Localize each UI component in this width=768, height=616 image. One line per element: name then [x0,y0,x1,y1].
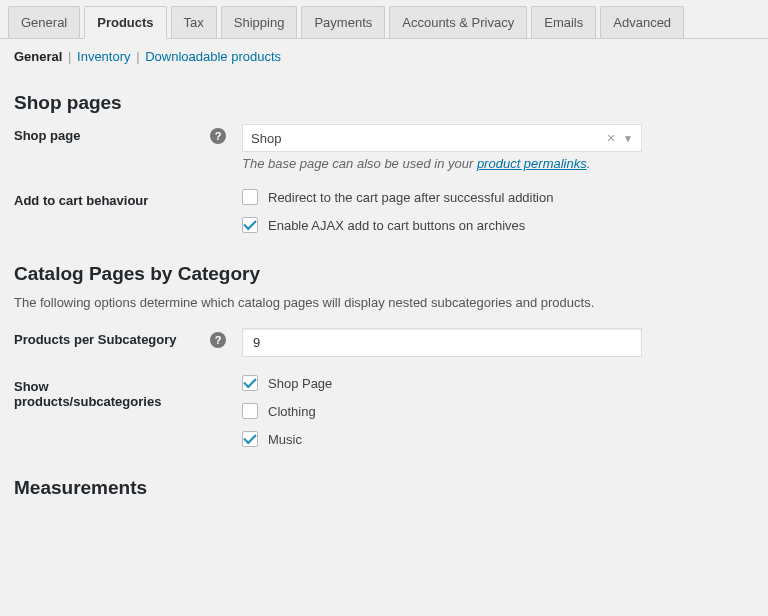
measurements-heading: Measurements [14,477,754,499]
shop-page-hint: The base page can also be used in your p… [242,156,754,171]
shop-page-label: Shop page [14,128,210,143]
products-subtabs: General | Inventory | Downloadable produ… [0,39,768,74]
music-checkbox[interactable] [242,431,258,447]
chevron-down-icon: ▼ [623,133,633,144]
products-per-sub-input[interactable] [242,328,642,357]
redirect-cart-checkbox[interactable] [242,189,258,205]
tab-products[interactable]: Products [84,6,166,39]
shop-page-option-label: Shop Page [268,376,332,391]
catalog-heading: Catalog Pages by Category [14,263,754,285]
add-to-cart-row: Add to cart behaviour Redirect to the ca… [14,189,754,245]
show-products-row: Show products/subcategories Shop Page Cl… [14,375,754,459]
products-per-sub-row: Products per Subcategory ? [14,328,754,357]
clothing-checkbox[interactable] [242,403,258,419]
shop-page-row: Shop page ? Shop × ▼ The base page can a… [14,124,754,171]
help-icon[interactable]: ? [210,332,226,348]
tab-accounts-privacy[interactable]: Accounts & Privacy [389,6,527,38]
shop-page-select[interactable]: Shop × ▼ [242,124,642,152]
settings-content: Shop pages Shop page ? Shop × ▼ The base… [0,92,768,529]
catalog-desc: The following options determine which ca… [14,295,754,310]
tab-shipping[interactable]: Shipping [221,6,298,38]
show-products-label: Show products/subcategories [14,379,184,409]
add-to-cart-label: Add to cart behaviour [14,193,242,208]
clothing-option-label: Clothing [268,404,316,419]
tab-emails[interactable]: Emails [531,6,596,38]
help-icon[interactable]: ? [210,128,226,144]
redirect-cart-label: Redirect to the cart page after successf… [268,190,553,205]
subtab-separator: | [136,49,143,64]
ajax-cart-label: Enable AJAX add to cart buttons on archi… [268,218,525,233]
subtab-downloadable[interactable]: Downloadable products [145,49,281,64]
subtab-separator: | [68,49,75,64]
tab-tax[interactable]: Tax [171,6,217,38]
subtab-inventory[interactable]: Inventory [77,49,130,64]
settings-tabs: General Products Tax Shipping Payments A… [0,0,768,39]
products-per-sub-label: Products per Subcategory [14,332,210,347]
tab-payments[interactable]: Payments [301,6,385,38]
shop-page-checkbox[interactable] [242,375,258,391]
shop-pages-heading: Shop pages [14,92,754,114]
clear-icon[interactable]: × [607,130,615,146]
ajax-cart-checkbox[interactable] [242,217,258,233]
tab-advanced[interactable]: Advanced [600,6,684,38]
music-option-label: Music [268,432,302,447]
product-permalinks-link[interactable]: product permalinks [477,156,587,171]
shop-page-value: Shop [251,131,607,146]
subtab-general[interactable]: General [14,49,62,64]
tab-general[interactable]: General [8,6,80,38]
